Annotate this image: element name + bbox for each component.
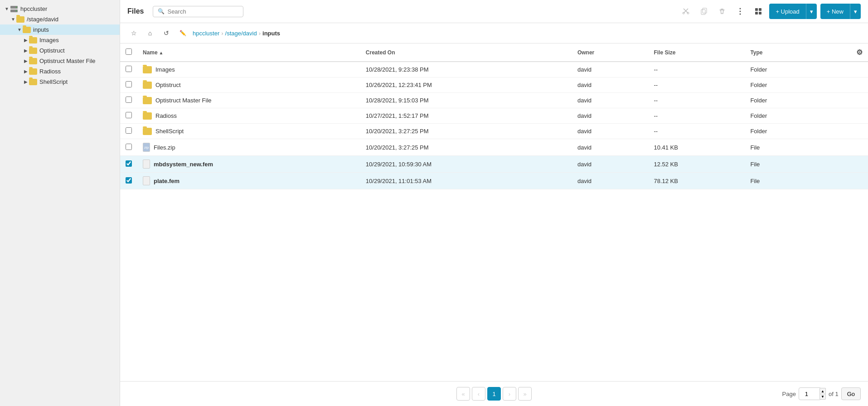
sidebar-item-label: Images [39, 37, 59, 44]
row-created-on: 10/28/2021, 9:15:03 PM [360, 93, 572, 108]
sidebar-item-label: /stage/david [27, 16, 58, 23]
page-label: Page [782, 391, 796, 397]
toggle-icon[interactable]: ▶ [23, 69, 29, 74]
page-jump: Page ▲ ▼ of 1 Go [782, 387, 861, 400]
type-column-header[interactable]: Type [745, 44, 820, 62]
folder-icon [23, 27, 31, 33]
page-down-button[interactable]: ▼ [820, 394, 826, 400]
new-dropdown-arrow[interactable]: ▾ [850, 4, 861, 19]
main-content: Files 🔍 + Upload ▾ [120, 0, 868, 406]
row-checkbox[interactable] [126, 81, 132, 87]
row-checkbox-cell[interactable] [120, 156, 137, 173]
sidebar-item-stage-david[interactable]: ▼ /stage/david [0, 14, 120, 24]
prev-page-button[interactable]: ‹ [472, 387, 485, 401]
header: Files 🔍 + Upload ▾ [120, 0, 868, 23]
sidebar-item-images[interactable]: ▶ Images [0, 35, 120, 45]
row-checkbox[interactable] [126, 66, 132, 72]
sidebar-item-hpccluster[interactable]: ▼ hpccluster [0, 4, 120, 14]
row-name-cell[interactable]: plate.fem [137, 173, 360, 189]
page-1-button[interactable]: 1 [487, 387, 501, 401]
row-name-cell[interactable]: mbdsystem_new.fem [137, 156, 360, 173]
cut-button[interactable] [679, 4, 693, 19]
new-label: + New [820, 4, 850, 19]
page-up-button[interactable]: ▲ [820, 388, 826, 394]
new-button[interactable]: + New ▾ [820, 4, 861, 19]
toggle-icon[interactable]: ▼ [10, 17, 16, 22]
gear-icon[interactable]: ⚙ [856, 48, 863, 56]
bookmark-icon[interactable]: ☆ [127, 27, 140, 39]
created-on-column-header[interactable]: Created On [360, 44, 572, 62]
home-icon[interactable]: ⌂ [144, 27, 156, 39]
sidebar-item-optistruct-master[interactable]: ▶ Optistruct Master File [0, 56, 120, 66]
search-box[interactable]: 🔍 [153, 6, 243, 17]
refresh-icon[interactable]: ↺ [160, 27, 173, 39]
row-name-cell[interactable]: Optistruct Master File [137, 93, 360, 108]
toggle-icon[interactable]: ▶ [23, 48, 29, 53]
row-owner: david [572, 173, 649, 189]
row-checkbox-cell[interactable] [120, 108, 137, 124]
last-page-button[interactable]: » [518, 387, 532, 401]
toggle-icon[interactable]: ▶ [23, 58, 29, 63]
row-checkbox[interactable] [126, 127, 132, 134]
row-owner: david [572, 108, 649, 124]
search-input[interactable] [167, 8, 238, 15]
breadcrumb-sep-2: › [259, 30, 261, 37]
toggle-icon[interactable]: ▼ [16, 27, 23, 32]
first-page-button[interactable]: « [456, 387, 470, 401]
upload-button[interactable]: + Upload ▾ [769, 4, 816, 19]
sidebar-item-label: ShellScript [39, 78, 68, 85]
row-name-cell[interactable]: Images [137, 62, 360, 77]
row-checkbox[interactable] [126, 144, 132, 150]
select-all-checkbox[interactable] [126, 48, 132, 55]
row-owner: david [572, 93, 649, 108]
name-column-header[interactable]: Name [137, 44, 360, 62]
row-name-label: Radioss [155, 112, 177, 119]
page-number-input[interactable] [799, 387, 821, 400]
svg-point-2 [16, 6, 17, 7]
row-name-label: mbdsystem_new.fem [154, 161, 213, 168]
row-checkbox-cell[interactable] [120, 93, 137, 108]
row-file-size: 12.52 KB [648, 156, 745, 173]
row-name-cell[interactable]: zipFiles.zip [137, 139, 360, 156]
owner-column-header[interactable]: Owner [572, 44, 649, 62]
row-checkbox[interactable] [126, 160, 132, 167]
toggle-icon[interactable]: ▼ [4, 6, 10, 11]
go-button[interactable]: Go [841, 387, 861, 400]
upload-dropdown-arrow[interactable]: ▾ [806, 4, 817, 19]
row-name-cell[interactable]: ShellScript [137, 124, 360, 139]
row-checkbox-cell[interactable] [120, 124, 137, 139]
more-options-button[interactable] [733, 4, 747, 19]
row-checkbox-cell[interactable] [120, 77, 137, 93]
copy-button[interactable] [697, 4, 711, 19]
edit-icon[interactable]: ✏️ [176, 27, 189, 39]
pagination: « ‹ 1 › » Page ▲ ▼ of 1 Go [120, 381, 868, 406]
row-name-label: Files.zip [154, 144, 175, 151]
breadcrumb-stage[interactable]: /stage/david [225, 30, 257, 37]
sidebar-item-radioss[interactable]: ▶ Radioss [0, 66, 120, 77]
select-all-header[interactable] [120, 44, 137, 62]
row-name-cell[interactable]: Optistruct [137, 77, 360, 93]
grid-view-button[interactable] [751, 4, 766, 19]
sidebar-item-label: Optistruct [39, 47, 65, 54]
sidebar-item-inputs[interactable]: ▼ inputs [0, 24, 120, 35]
row-checkbox[interactable] [126, 177, 132, 184]
row-name-label: Optistruct Master File [155, 97, 212, 104]
next-page-button[interactable]: › [503, 387, 516, 401]
row-checkbox-cell[interactable] [120, 173, 137, 189]
sidebar-item-optistruct[interactable]: ▶ Optistruct [0, 45, 120, 56]
row-checkbox-cell[interactable] [120, 139, 137, 156]
delete-button[interactable] [715, 4, 729, 19]
sidebar-item-label: inputs [33, 26, 49, 33]
settings-column-header[interactable]: ⚙ [821, 44, 868, 62]
row-type: Folder [745, 108, 820, 124]
toggle-icon[interactable]: ▶ [23, 79, 29, 84]
row-name-cell[interactable]: Radioss [137, 108, 360, 124]
toggle-icon[interactable]: ▶ [23, 38, 29, 43]
file-size-column-header[interactable]: File Size [648, 44, 745, 62]
row-checkbox[interactable] [126, 112, 132, 118]
row-checkbox[interactable] [126, 97, 132, 103]
row-actions [821, 108, 868, 124]
sidebar-item-shellscript[interactable]: ▶ ShellScript [0, 77, 120, 87]
breadcrumb-root[interactable]: hpccluster [193, 30, 219, 37]
row-checkbox-cell[interactable] [120, 62, 137, 77]
